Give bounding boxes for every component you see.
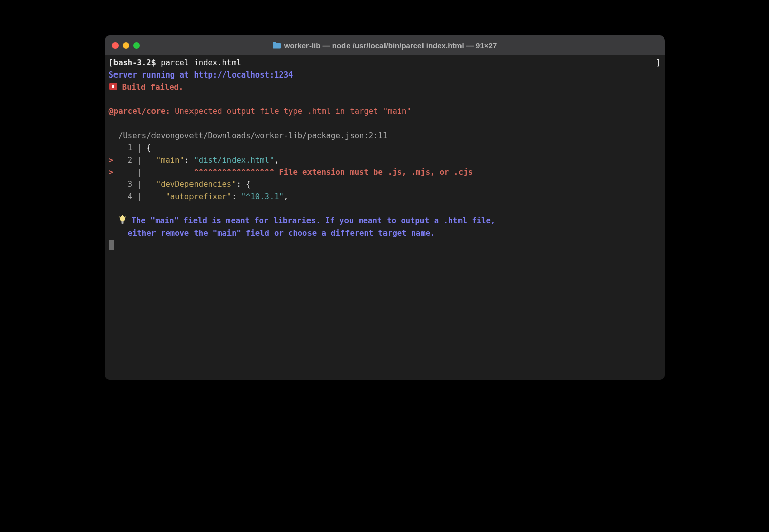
command-text: parcel index.html <box>161 58 241 67</box>
hint-line-1: The "main" field is meant for libraries.… <box>127 216 495 225</box>
code-gutter-3-pipe: | <box>128 168 146 177</box>
code-line-3-brace: { <box>246 180 250 189</box>
code-gutter-1: 1 | <box>109 143 147 153</box>
code-carets: ^^^^^^^^^^^^^^^^^ <box>146 168 279 177</box>
hint-line-2: either remove the "main" field or choose… <box>109 229 435 238</box>
shell-prompt: bash-3.2$ <box>113 58 161 67</box>
code-line-4-key: "autoprefixer" <box>165 192 232 201</box>
code-line-2-comma: , <box>274 156 279 165</box>
title-bar: worker-lib — node /usr/local/bin/parcel … <box>105 35 665 55</box>
close-button[interactable] <box>112 42 119 49</box>
server-running-label: Server running at <box>109 70 194 80</box>
code-gutter-2-num: 2 | <box>118 156 146 165</box>
code-line-2-key: "main" <box>156 156 184 165</box>
code-line-2-indent <box>146 156 156 165</box>
prompt-bracket-open: [ <box>109 58 113 67</box>
lightbulb-icon <box>118 215 127 225</box>
prompt-bracket-close: ] <box>656 57 660 69</box>
code-line-3-colon: : <box>236 180 246 189</box>
code-gutter-2-marker: > <box>109 156 119 165</box>
maximize-button[interactable] <box>133 42 140 49</box>
folder-icon <box>272 42 281 49</box>
code-gutter-3-marker: > <box>109 168 128 177</box>
code-line-2-colon: : <box>184 156 194 165</box>
server-url: http://localhost:1234 <box>194 70 293 80</box>
terminal-window: worker-lib — node /usr/local/bin/parcel … <box>105 35 665 380</box>
build-failed-text: Build failed. <box>118 83 184 92</box>
siren-icon <box>109 82 118 91</box>
traffic-lights <box>112 42 140 49</box>
caret-message: File extension must be .js, .mjs, or .cj… <box>279 168 473 177</box>
code-line-2-val: "dist/index.html" <box>194 156 275 165</box>
window-title: worker-lib — node /usr/local/bin/parcel … <box>105 41 665 50</box>
window-title-text: worker-lib — node /usr/local/bin/parcel … <box>284 41 497 50</box>
code-line-1: { <box>146 143 151 153</box>
error-message: Unexpected output file type .html in tar… <box>170 107 411 116</box>
code-line-4-val: "^10.3.1" <box>241 192 284 201</box>
svg-rect-2 <box>122 221 124 224</box>
code-line-3-key: "devDependencies" <box>156 180 237 189</box>
terminal-body[interactable]: [bash-3.2$ parcel index.html]Server runn… <box>105 55 665 380</box>
svg-point-1 <box>120 216 125 222</box>
minimize-button[interactable] <box>123 42 129 49</box>
code-line-4-comma: , <box>284 192 288 201</box>
error-source: @parcel/core: <box>109 107 170 116</box>
cursor <box>109 240 114 250</box>
code-line-4-colon: : <box>232 192 241 201</box>
code-gutter-5: 4 | <box>109 192 147 201</box>
code-gutter-4: 3 | <box>109 180 147 189</box>
code-line-3-indent <box>146 180 156 189</box>
code-line-4-indent <box>146 192 165 201</box>
error-file-path: /Users/devongovett/Downloads/worker-lib/… <box>118 131 388 140</box>
